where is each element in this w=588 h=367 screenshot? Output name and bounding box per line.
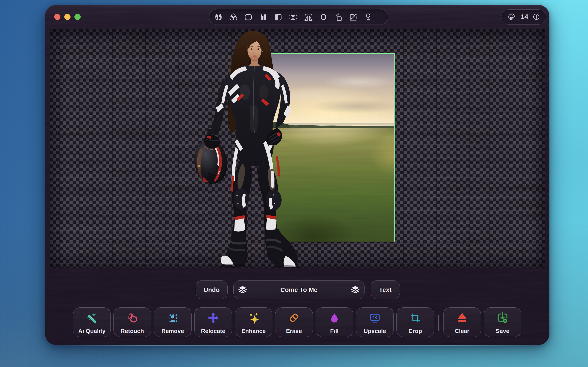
svg-text:4K: 4K [372,315,377,320]
